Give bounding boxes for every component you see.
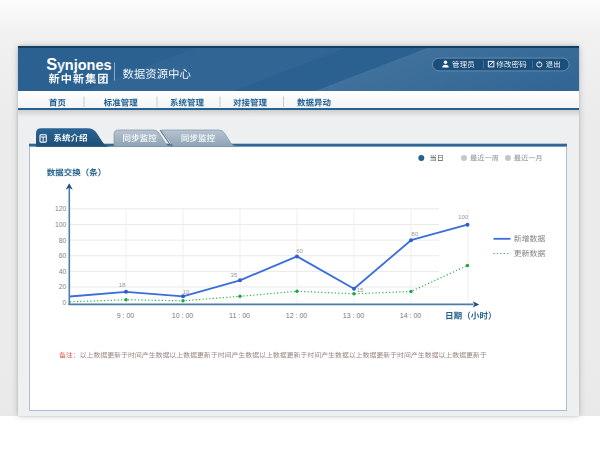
svg-text:0: 0 [63, 299, 67, 306]
svg-text:80: 80 [411, 231, 418, 237]
svg-text:60: 60 [59, 252, 67, 259]
svg-text:10: 10 [183, 289, 190, 295]
svg-text:S: S [46, 55, 57, 73]
svg-text:15: 15 [357, 287, 364, 293]
svg-text:12 : 00: 12 : 00 [286, 312, 308, 319]
svg-text:40: 40 [59, 268, 67, 275]
svg-text:14 : 00: 14 : 00 [400, 312, 422, 319]
svg-text:100: 100 [55, 221, 67, 228]
svg-text:11 : 00: 11 : 00 [229, 312, 250, 319]
svg-text:njones: njones [65, 57, 112, 73]
svg-text:20: 20 [59, 283, 67, 290]
svg-text:9 : 00: 9 : 00 [117, 312, 135, 319]
svg-text:120: 120 [55, 205, 67, 212]
svg-text:100: 100 [458, 214, 469, 220]
svg-text:10 : 00: 10 : 00 [172, 312, 194, 319]
svg-text:60: 60 [296, 248, 303, 254]
svg-text:13 : 00: 13 : 00 [343, 312, 365, 319]
svg-text:35: 35 [231, 272, 238, 278]
svg-text:80: 80 [59, 237, 67, 244]
svg-text:18: 18 [119, 282, 126, 288]
